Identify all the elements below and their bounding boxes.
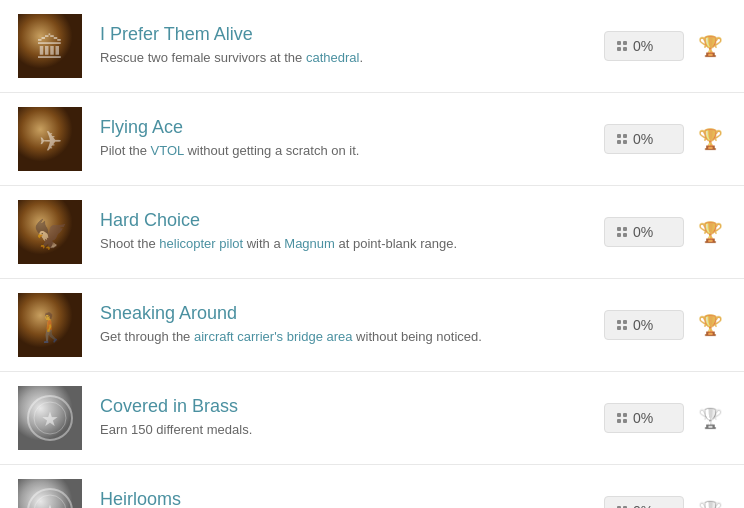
- progress-pill-prefer-alive[interactable]: 0%: [604, 31, 684, 61]
- achievement-info-covered-in-brass: Covered in BrassEarn 150 different medal…: [100, 396, 604, 439]
- achievement-icon-covered-in-brass: ★: [16, 384, 84, 452]
- achievement-stats-covered-in-brass: 0%🏆: [604, 400, 728, 436]
- achievement-info-hard-choice: Hard ChoiceShoot the helicopter pilot wi…: [100, 210, 604, 253]
- progress-pill-sneaking-around[interactable]: 0%: [604, 310, 684, 340]
- achievement-title-heirlooms: Heirlooms: [100, 489, 588, 508]
- achievement-stats-prefer-alive: 0%🏆: [604, 28, 728, 64]
- achievement-info-sneaking-around: Sneaking AroundGet through the aircraft …: [100, 303, 604, 346]
- svg-text:★: ★: [41, 408, 59, 430]
- achievement-row-hard-choice: 🦅 Hard ChoiceShoot the helicopter pilot …: [0, 186, 744, 279]
- achievement-title-covered-in-brass: Covered in Brass: [100, 396, 588, 417]
- achievement-title-prefer-alive: I Prefer Them Alive: [100, 24, 588, 45]
- achievement-desc-hard-choice: Shoot the helicopter pilot with a Magnum…: [100, 235, 588, 253]
- trophy-icon-heirlooms: 🏆: [692, 493, 728, 508]
- grid-icon: [617, 320, 627, 330]
- achievement-desc-flying-ace: Pilot the VTOL without getting a scratch…: [100, 142, 588, 160]
- progress-text: 0%: [633, 131, 653, 147]
- progress-pill-flying-ace[interactable]: 0%: [604, 124, 684, 154]
- svg-text:🚶: 🚶: [33, 311, 68, 344]
- achievement-icon-hard-choice: 🦅: [16, 198, 84, 266]
- achievement-desc-sneaking-around: Get through the aircraft carrier's bridg…: [100, 328, 588, 346]
- progress-pill-covered-in-brass[interactable]: 0%: [604, 403, 684, 433]
- achievement-title-hard-choice: Hard Choice: [100, 210, 588, 231]
- achievement-icon-prefer-alive: 🏛: [16, 12, 84, 80]
- achievement-row-sneaking-around: 🚶 Sneaking AroundGet through the aircraf…: [0, 279, 744, 372]
- achievement-info-heirlooms: HeirloomsCollect all the serpent emblems…: [100, 489, 604, 508]
- achievement-stats-hard-choice: 0%🏆: [604, 214, 728, 250]
- svg-text:🏛: 🏛: [36, 33, 64, 64]
- trophy-icon-hard-choice: 🏆: [692, 214, 728, 250]
- achievement-row-heirlooms: ★ HeirloomsCollect all the serpent emble…: [0, 465, 744, 508]
- achievement-list: 🏛 I Prefer Them AliveRescue two female s…: [0, 0, 744, 508]
- achievement-icon-flying-ace: ✈: [16, 105, 84, 173]
- progress-pill-heirlooms[interactable]: 0%: [604, 496, 684, 508]
- trophy-icon-prefer-alive: 🏆: [692, 28, 728, 64]
- grid-icon: [617, 413, 627, 423]
- svg-text:✈: ✈: [39, 126, 62, 157]
- achievement-info-prefer-alive: I Prefer Them AliveRescue two female sur…: [100, 24, 604, 67]
- grid-icon: [617, 41, 627, 51]
- progress-text: 0%: [633, 38, 653, 54]
- achievement-title-flying-ace: Flying Ace: [100, 117, 588, 138]
- achievement-icon-sneaking-around: 🚶: [16, 291, 84, 359]
- achievement-title-sneaking-around: Sneaking Around: [100, 303, 588, 324]
- achievement-row-prefer-alive: 🏛 I Prefer Them AliveRescue two female s…: [0, 0, 744, 93]
- achievement-icon-heirlooms: ★: [16, 477, 84, 508]
- achievement-stats-heirlooms: 0%🏆: [604, 493, 728, 508]
- achievement-row-flying-ace: ✈ Flying AcePilot the VTOL without getti…: [0, 93, 744, 186]
- progress-text: 0%: [633, 224, 653, 240]
- achievement-desc-prefer-alive: Rescue two female survivors at the cathe…: [100, 49, 588, 67]
- progress-text: 0%: [633, 503, 653, 508]
- achievement-stats-sneaking-around: 0%🏆: [604, 307, 728, 343]
- svg-text:★: ★: [41, 501, 59, 508]
- progress-pill-hard-choice[interactable]: 0%: [604, 217, 684, 247]
- grid-icon: [617, 227, 627, 237]
- achievement-info-flying-ace: Flying AcePilot the VTOL without getting…: [100, 117, 604, 160]
- achievement-stats-flying-ace: 0%🏆: [604, 121, 728, 157]
- grid-icon: [617, 134, 627, 144]
- svg-text:🦅: 🦅: [33, 218, 68, 251]
- progress-text: 0%: [633, 410, 653, 426]
- achievement-desc-covered-in-brass: Earn 150 different medals.: [100, 421, 588, 439]
- progress-text: 0%: [633, 317, 653, 333]
- trophy-icon-flying-ace: 🏆: [692, 121, 728, 157]
- trophy-icon-sneaking-around: 🏆: [692, 307, 728, 343]
- achievement-row-covered-in-brass: ★ Covered in BrassEarn 150 different med…: [0, 372, 744, 465]
- trophy-icon-covered-in-brass: 🏆: [692, 400, 728, 436]
